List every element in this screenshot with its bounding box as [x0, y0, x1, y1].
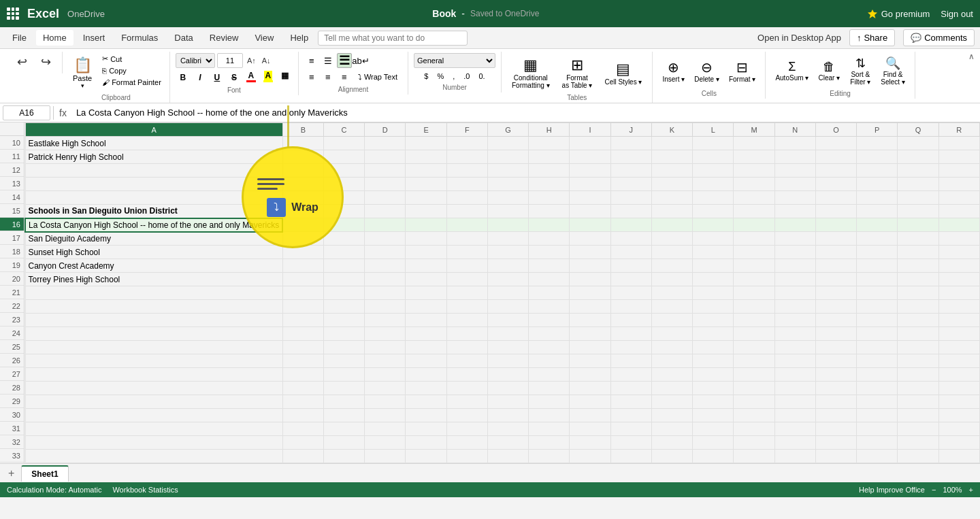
cut-button[interactable]: ✂Cut: [99, 53, 164, 65]
table-row: [25, 164, 980, 178]
tell-me-input[interactable]: [318, 31, 468, 46]
align-right-button[interactable]: ≡: [337, 69, 352, 84]
col-header-E[interactable]: E: [406, 123, 446, 137]
comma-button[interactable]: ,: [449, 70, 458, 82]
italic-button[interactable]: I: [193, 70, 208, 85]
menu-right-actions: Open in Desktop App ↑Share 💬Comments: [757, 29, 975, 46]
underline-button[interactable]: U: [210, 70, 225, 85]
number-format-select[interactable]: General: [414, 53, 495, 68]
cell-reference-box[interactable]: A16: [3, 105, 50, 120]
orientation-button[interactable]: ab↵: [353, 53, 368, 68]
undo-button[interactable]: ↩: [11, 53, 33, 71]
row-num-31: 31: [0, 422, 24, 435]
accounting-format-button[interactable]: $: [421, 70, 431, 82]
autosum-button[interactable]: Σ AutoSum ▾: [771, 53, 813, 88]
col-header-H[interactable]: H: [529, 123, 570, 137]
wrap-label: Wrap: [291, 201, 318, 214]
increase-font-button[interactable]: A↑: [245, 54, 258, 67]
table-row: [25, 354, 980, 368]
col-header-O[interactable]: O: [815, 123, 856, 137]
table-row: [25, 286, 980, 300]
zoom-plus-button[interactable]: +: [969, 486, 973, 494]
table-row: [25, 395, 980, 409]
collapse-ribbon-button[interactable]: ∧: [968, 52, 975, 61]
app-launcher-icon[interactable]: [7, 7, 19, 20]
conditional-formatting-button[interactable]: ▦ Conditional Formatting ▾: [507, 53, 555, 93]
col-header-J[interactable]: J: [610, 123, 651, 137]
col-header-C[interactable]: C: [323, 123, 364, 137]
delete-button[interactable]: ⊖ Delete ▾: [690, 53, 723, 88]
col-header-Q[interactable]: Q: [898, 123, 938, 137]
table-row: Torrey Pines High School: [25, 273, 980, 286]
undo-group: ↩ ↪: [5, 52, 63, 73]
row-num-18: 18: [0, 245, 24, 258]
status-bar: Calculation Mode: Automatic Workbook Sta…: [0, 482, 980, 497]
strikethrough-button[interactable]: S: [227, 70, 242, 85]
menu-home[interactable]: Home: [36, 30, 74, 46]
sheet-tab-sheet1[interactable]: Sheet1: [21, 465, 68, 482]
col-header-A[interactable]: A: [25, 123, 282, 137]
bold-button[interactable]: B: [176, 70, 191, 85]
redo-button[interactable]: ↪: [35, 53, 56, 71]
add-sheet-button[interactable]: +: [4, 466, 18, 481]
grid-area: A B C D E F G H I J K L M N O: [24, 122, 980, 463]
col-header-D[interactable]: D: [365, 123, 406, 137]
col-header-P[interactable]: P: [857, 123, 898, 137]
col-header-G[interactable]: G: [487, 123, 528, 137]
insert-button[interactable]: ⊕ Insert ▾: [658, 53, 689, 88]
clear-button[interactable]: 🗑 Clear ▾: [814, 53, 844, 88]
menu-insert[interactable]: Insert: [76, 30, 112, 46]
open-desktop-button[interactable]: Open in Desktop App: [757, 33, 841, 43]
zoom-minus-button[interactable]: −: [932, 486, 936, 494]
formula-function-icon[interactable]: fx: [56, 107, 69, 118]
menu-formulas[interactable]: Formulas: [114, 30, 165, 46]
paste-button[interactable]: 📋 Paste ▾: [68, 53, 97, 93]
highlight-color-button[interactable]: A: [261, 70, 276, 85]
col-header-R[interactable]: R: [938, 123, 979, 137]
find-select-button[interactable]: 🔍 Find & Select ▾: [877, 53, 909, 88]
menu-view[interactable]: View: [248, 30, 280, 46]
menu-help[interactable]: Help: [283, 30, 315, 46]
sign-out-button[interactable]: Sign out: [941, 9, 973, 19]
wrap-text-button[interactable]: ⤵Wrap Text: [353, 71, 402, 83]
decrease-decimal-button[interactable]: 0.: [476, 70, 489, 82]
go-premium-button[interactable]: Go premium: [867, 8, 930, 19]
col-header-F[interactable]: F: [446, 123, 487, 137]
font-size-input[interactable]: [217, 53, 243, 68]
align-top-left-button[interactable]: ≡: [304, 53, 319, 68]
copy-button[interactable]: ⎘Copy: [99, 65, 164, 76]
cell-A19[interactable]: Canyon Crest Academy: [25, 259, 282, 273]
col-header-K[interactable]: K: [651, 123, 692, 137]
workbook-stats-button[interactable]: Workbook Statistics: [112, 486, 178, 494]
menu-file[interactable]: File: [5, 30, 33, 46]
col-header-L[interactable]: L: [693, 123, 734, 137]
comments-button[interactable]: 💬Comments: [903, 29, 975, 46]
format-button[interactable]: ⊟ Format ▾: [725, 53, 760, 88]
align-top-center-button[interactable]: ☰: [321, 53, 336, 68]
col-header-M[interactable]: M: [734, 123, 774, 137]
font-controls: Calibri A↑ A↓ B I U S A A ▦: [176, 53, 293, 85]
border-button[interactable]: ▦: [278, 70, 293, 85]
format-painter-button[interactable]: 🖌Format Painter: [99, 77, 164, 88]
share-button[interactable]: ↑Share: [849, 29, 895, 46]
cell-styles-button[interactable]: ▤ Cell Styles ▾: [600, 53, 647, 93]
align-center-button[interactable]: ≡: [321, 69, 336, 84]
menu-bar: File Home Insert Formulas Data Review Vi…: [0, 27, 980, 49]
menu-data[interactable]: Data: [167, 30, 199, 46]
percent-button[interactable]: %: [434, 70, 447, 82]
menu-review[interactable]: Review: [203, 30, 246, 46]
col-header-N[interactable]: N: [774, 123, 815, 137]
font-name-select[interactable]: Calibri: [176, 53, 215, 68]
format-as-table-button[interactable]: ⊞ Format as Table ▾: [557, 53, 598, 93]
font-color-button[interactable]: A: [244, 70, 259, 85]
increase-decimal-button[interactable]: .0: [460, 70, 473, 82]
table-row: [25, 422, 980, 436]
align-top-right-button[interactable]: ☰: [337, 53, 352, 68]
col-header-I[interactable]: I: [570, 123, 610, 137]
decrease-font-button[interactable]: A↓: [260, 54, 273, 67]
formula-input[interactable]: [72, 107, 977, 118]
align-left-button[interactable]: ≡: [304, 69, 319, 84]
cell-A20[interactable]: Torrey Pines High School: [25, 273, 282, 286]
sort-filter-button[interactable]: ⇅ Sort & Filter ▾: [845, 53, 875, 88]
table-row: Sunset High School: [25, 246, 980, 259]
